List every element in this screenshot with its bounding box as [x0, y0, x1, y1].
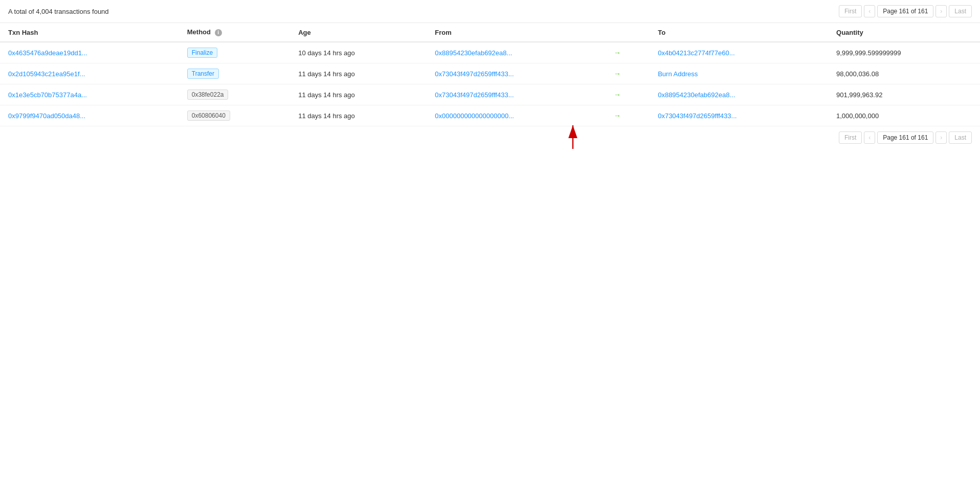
- quantity-cell: 98,000,036.08: [828, 63, 980, 84]
- method-cell: Finalize: [179, 42, 290, 63]
- first-page-btn-bottom[interactable]: First: [839, 131, 862, 144]
- from-address-link[interactable]: 0x88954230efab692ea8...: [435, 49, 512, 57]
- from-address-link[interactable]: 0x73043f497d2659fff433...: [435, 70, 514, 78]
- txn-hash-link[interactable]: 0x2d105943c21ea95e1f...: [8, 70, 85, 78]
- txn-hash-link[interactable]: 0x1e3e5cb70b75377a4a...: [8, 91, 87, 99]
- col-from: From: [427, 23, 606, 42]
- age-cell: 11 days 14 hrs ago: [290, 84, 427, 105]
- txn-hash-cell: 0x9799f9470ad050da48...: [0, 105, 179, 126]
- quantity-cell: 1,000,000,000: [828, 105, 980, 126]
- method-cell: 0x38fe022a: [179, 84, 290, 105]
- age-cell: 11 days 14 hrs ago: [290, 63, 427, 84]
- to-address-link[interactable]: 0x73043f497d2659fff433...: [658, 112, 737, 120]
- method-badge: Finalize: [187, 48, 217, 58]
- table-row: 0x1e3e5cb70b75377a4a... 0x38fe022a 11 da…: [0, 84, 980, 105]
- col-quantity: Quantity: [828, 23, 980, 42]
- transfer-arrow-icon: →: [614, 112, 621, 120]
- next-page-btn-bottom[interactable]: ›: [936, 131, 947, 144]
- top-bar: A total of 4,004 transactions found Firs…: [0, 0, 980, 23]
- first-page-btn-top[interactable]: First: [839, 5, 862, 17]
- age-cell: 11 days 14 hrs ago: [290, 105, 427, 126]
- col-method: Method i: [179, 23, 290, 42]
- last-page-btn-top[interactable]: Last: [949, 5, 972, 17]
- transactions-table: Txn Hash Method i Age From To Quantity: [0, 23, 980, 126]
- arrow-cell: →: [606, 42, 650, 63]
- col-txn-hash: Txn Hash: [0, 23, 179, 42]
- txn-hash-cell: 0x2d105943c21ea95e1f...: [0, 63, 179, 84]
- to-cell: 0x88954230efab692ea8...: [650, 84, 828, 105]
- arrow-cell: →: [606, 63, 650, 84]
- transfer-arrow-icon: →: [614, 70, 621, 78]
- col-age: Age: [290, 23, 427, 42]
- method-badge: 0x38fe022a: [187, 90, 229, 100]
- arrow-cell: →: [606, 84, 650, 105]
- method-badge: 0x60806040: [187, 111, 230, 121]
- page-info-top: Page 161 of 161: [877, 5, 933, 17]
- txn-hash-cell: 0x1e3e5cb70b75377a4a...: [0, 84, 179, 105]
- txn-hash-link[interactable]: 0x9799f9470ad050da48...: [8, 112, 85, 120]
- col-arrow: [606, 23, 650, 42]
- to-address-link[interactable]: 0x4b04213c2774f77e60...: [658, 49, 734, 57]
- arrow-cell: →: [606, 105, 650, 126]
- age-cell: 10 days 14 hrs ago: [290, 42, 427, 63]
- transfer-arrow-icon: →: [614, 91, 621, 99]
- pagination-top: First ‹ Page 161 of 161 › Last: [839, 5, 972, 17]
- method-cell: 0x60806040: [179, 105, 290, 126]
- transfer-arrow-icon: →: [614, 49, 621, 57]
- from-cell: 0x000000000000000000...: [427, 105, 606, 126]
- txn-hash-link[interactable]: 0x4635476a9deae19dd1...: [8, 49, 87, 57]
- table-header-row: Txn Hash Method i Age From To Quantity: [0, 23, 980, 42]
- from-cell: 0x73043f497d2659fff433...: [427, 84, 606, 105]
- table-row: 0x4635476a9deae19dd1... Finalize 10 days…: [0, 42, 980, 63]
- to-cell: Burn Address: [650, 63, 828, 84]
- method-cell: Transfer: [179, 63, 290, 84]
- page-info-bottom: Page 161 of 161: [877, 131, 933, 144]
- to-cell: 0x4b04213c2774f77e60...: [650, 42, 828, 63]
- txn-hash-cell: 0x4635476a9deae19dd1...: [0, 42, 179, 63]
- quantity-cell: 9,999,999.599999999: [828, 42, 980, 63]
- to-address-link[interactable]: Burn Address: [658, 70, 698, 78]
- to-cell: 0x73043f497d2659fff433...: [650, 105, 828, 126]
- from-address-link[interactable]: 0x000000000000000000...: [435, 112, 514, 120]
- from-address-link[interactable]: 0x73043f497d2659fff433...: [435, 91, 514, 99]
- table-row: 0x2d105943c21ea95e1f... Transfer 11 days…: [0, 63, 980, 84]
- quantity-cell: 901,999,963.92: [828, 84, 980, 105]
- table-row: 0x9799f9470ad050da48... 0x60806040 11 da…: [0, 105, 980, 126]
- last-page-btn-bottom[interactable]: Last: [949, 131, 972, 144]
- total-transactions: A total of 4,004 transactions found: [8, 8, 109, 15]
- from-cell: 0x88954230efab692ea8...: [427, 42, 606, 63]
- method-badge: Transfer: [187, 69, 219, 79]
- prev-page-btn-top[interactable]: ‹: [864, 5, 875, 17]
- to-address-link[interactable]: 0x88954230efab692ea8...: [658, 91, 735, 99]
- method-info-icon[interactable]: i: [215, 29, 222, 36]
- next-page-btn-top[interactable]: ›: [936, 5, 947, 17]
- pagination-bottom: First ‹ Page 161 of 161 › Last: [0, 126, 980, 149]
- prev-page-btn-bottom[interactable]: ‹: [864, 131, 875, 144]
- from-cell: 0x73043f497d2659fff433...: [427, 63, 606, 84]
- col-to: To: [650, 23, 828, 42]
- main-content: Txn Hash Method i Age From To Quantity: [0, 23, 980, 126]
